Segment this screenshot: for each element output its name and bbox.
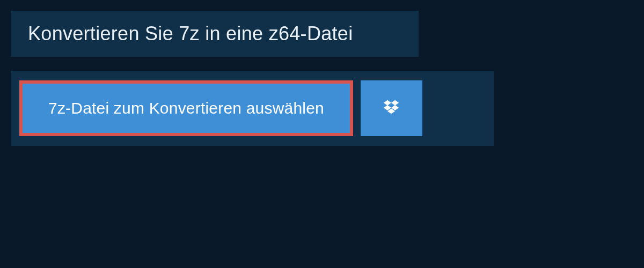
header-bar: Konvertieren Sie 7z in eine z64-Datei	[11, 11, 419, 57]
action-panel: 7z-Datei zum Konvertieren auswählen	[11, 71, 494, 146]
page-container: Konvertieren Sie 7z in eine z64-Datei 7z…	[0, 11, 644, 268]
dropbox-button[interactable]	[361, 80, 422, 136]
dropbox-icon	[382, 99, 400, 118]
page-title: Konvertieren Sie 7z in eine z64-Datei	[28, 23, 401, 45]
select-file-button[interactable]: 7z-Datei zum Konvertieren auswählen	[23, 84, 350, 133]
highlight-border: 7z-Datei zum Konvertieren auswählen	[19, 80, 353, 136]
select-file-button-label: 7z-Datei zum Konvertieren auswählen	[48, 99, 324, 117]
